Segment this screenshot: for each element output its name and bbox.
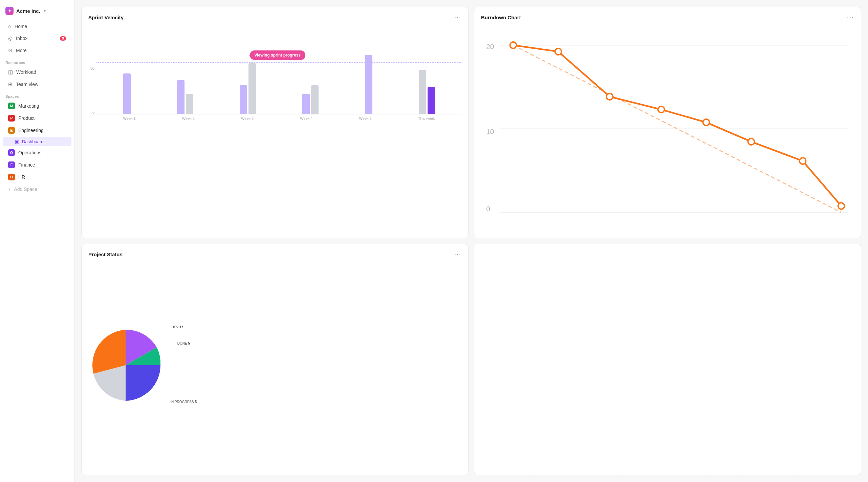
sidebar-item-product[interactable]: P Product bbox=[3, 112, 71, 124]
sidebar-more-label: More bbox=[16, 48, 27, 53]
bar-group-week1 bbox=[123, 73, 131, 114]
pie-inprogress bbox=[126, 365, 160, 401]
x-label-week3: Week 3 bbox=[241, 116, 254, 121]
sidebar-item-more[interactable]: ⊙ More bbox=[3, 45, 71, 56]
empty-card bbox=[474, 244, 861, 475]
bar-group-week4 bbox=[302, 85, 319, 114]
add-space-button[interactable]: + Add Space bbox=[3, 183, 71, 195]
bar-week1-purple bbox=[123, 73, 131, 114]
plus-icon: + bbox=[8, 186, 11, 192]
sprint-chart: 30 0 bbox=[88, 26, 461, 231]
project-status-menu[interactable]: ··· bbox=[454, 251, 461, 258]
product-avatar: P bbox=[8, 115, 15, 122]
sidebar-inbox-label: Inbox bbox=[16, 36, 27, 41]
burndown-card: Burndown Chart ··· 20 10 0 bbox=[474, 7, 861, 238]
sidebar-item-engineering[interactable]: E Engineering bbox=[3, 125, 71, 136]
bar-week5-purple bbox=[365, 55, 372, 114]
teamview-label: Team view bbox=[16, 82, 38, 87]
sprint-velocity-menu[interactable]: ··· bbox=[454, 14, 461, 21]
sprint-velocity-header: Sprint Velocity ··· bbox=[88, 14, 461, 21]
sidebar-item-inbox[interactable]: ◎ Inbox 9 bbox=[3, 32, 71, 44]
burndown-point-1 bbox=[510, 42, 517, 48]
project-status-header: Project Status ··· bbox=[88, 251, 461, 258]
x-label-week1: Week 1 bbox=[123, 116, 136, 121]
bar-week2-gray bbox=[186, 94, 193, 114]
marketing-label: Marketing bbox=[18, 103, 39, 109]
main-content: Sprint Velocity ··· 30 0 bbox=[74, 0, 868, 482]
sidebar-item-operations[interactable]: O Operations bbox=[3, 147, 71, 158]
bar-week4-gray bbox=[311, 85, 319, 114]
inbox-badge: 9 bbox=[60, 36, 66, 41]
dashboard-icon: ▣ bbox=[15, 139, 19, 144]
burndown-svg: 20 10 0 bbox=[481, 26, 854, 231]
logo-star: ✦ bbox=[8, 8, 12, 14]
burndown-title: Burndown Chart bbox=[481, 15, 521, 20]
burndown-chart-area: 20 10 0 bbox=[481, 26, 854, 231]
sprint-velocity-card: Sprint Velocity ··· 30 0 bbox=[81, 7, 469, 238]
inbox-icon: ◎ bbox=[8, 35, 13, 41]
project-status-content: DEV 17 DONE 5 IN PROGRESS 5 OPEN 36 DESI… bbox=[88, 263, 461, 468]
bars-container: Viewing sprint progress bbox=[96, 26, 461, 114]
more-icon: ⊙ bbox=[8, 47, 13, 53]
bar-group-week2 bbox=[177, 80, 193, 114]
burndown-point-8 bbox=[838, 203, 845, 209]
burndown-menu[interactable]: ··· bbox=[847, 14, 854, 21]
chevron-down-icon: ▾ bbox=[44, 8, 46, 13]
sidebar-item-home[interactable]: ⌂ Home bbox=[3, 21, 71, 32]
sidebar-item-teamview[interactable]: ⊞ Team view bbox=[3, 79, 71, 90]
bar-thisweek-gray bbox=[419, 70, 426, 114]
bar-group-week5 bbox=[365, 55, 372, 114]
product-label: Product bbox=[18, 115, 35, 121]
home-icon: ⌂ bbox=[8, 23, 11, 29]
burndown-point-6 bbox=[748, 138, 755, 145]
bar-thisweek-dark bbox=[428, 87, 435, 114]
hr-avatar: H bbox=[8, 174, 15, 180]
pie-label-inprogress: IN PROGRESS 5 bbox=[170, 400, 197, 404]
burndown-header: Burndown Chart ··· bbox=[481, 14, 854, 21]
pie-label-done: DONE 5 bbox=[177, 342, 190, 345]
actual-line bbox=[513, 45, 841, 206]
burndown-point-2 bbox=[555, 48, 562, 55]
sprint-velocity-title: Sprint Velocity bbox=[88, 15, 124, 20]
sidebar-item-hr[interactable]: H HR bbox=[3, 171, 71, 183]
burndown-point-5 bbox=[703, 119, 710, 126]
y-label-mid: 30 bbox=[90, 66, 94, 70]
engineering-avatar: E bbox=[8, 127, 15, 134]
y-label-bot: 0 bbox=[92, 110, 94, 114]
dashed-reference-line bbox=[96, 62, 461, 63]
operations-label: Operations bbox=[18, 150, 41, 155]
sidebar-home-label: Home bbox=[15, 24, 27, 29]
sidebar-item-finance[interactable]: F Finance bbox=[3, 159, 71, 171]
spaces-section-label: Spaces bbox=[0, 90, 74, 100]
sprint-tooltip: Viewing sprint progress bbox=[250, 50, 305, 60]
app-name: Acme Inc. bbox=[16, 8, 40, 14]
x-label-week2: Week 2 bbox=[182, 116, 195, 121]
bar-week3-gray bbox=[248, 63, 256, 114]
finance-label: Finance bbox=[18, 162, 35, 168]
project-status-title: Project Status bbox=[88, 251, 123, 257]
finance-avatar: F bbox=[8, 161, 15, 168]
burndown-y-bot: 0 bbox=[486, 205, 490, 213]
burndown-y-top: 20 bbox=[486, 43, 494, 50]
sidebar-item-marketing[interactable]: M Marketing bbox=[3, 100, 71, 112]
x-labels: Week 1 Week 2 Week 3 Week 4 Week 5 This … bbox=[96, 114, 461, 121]
pie-label-dev: DEV 17 bbox=[172, 325, 183, 329]
bar-week2-purple bbox=[177, 80, 185, 114]
operations-avatar: O bbox=[8, 149, 15, 156]
app-logo[interactable]: ✦ Acme Inc. ▾ bbox=[0, 4, 74, 20]
bar-group-week3: Viewing sprint progress bbox=[240, 63, 256, 114]
burndown-point-3 bbox=[607, 93, 613, 100]
resources-section-label: Resources bbox=[0, 57, 74, 66]
bar-week3-purple bbox=[240, 85, 247, 114]
burndown-point-7 bbox=[800, 158, 806, 164]
marketing-avatar: M bbox=[8, 103, 15, 109]
x-label-thisweek: This week bbox=[418, 116, 435, 121]
sidebar-item-dashboard[interactable]: ▣ Dashboard bbox=[3, 137, 71, 146]
sidebar-item-workload[interactable]: ◫ Workload bbox=[3, 66, 71, 78]
pie-chart-container: DEV 17 DONE 5 IN PROGRESS 5 OPEN 36 DESI… bbox=[88, 328, 163, 404]
teamview-icon: ⊞ bbox=[8, 81, 13, 87]
bar-week4-purple bbox=[302, 94, 310, 114]
add-space-label: Add Space bbox=[14, 187, 37, 192]
burndown-point-4 bbox=[658, 106, 665, 113]
engineering-label: Engineering bbox=[18, 128, 44, 133]
